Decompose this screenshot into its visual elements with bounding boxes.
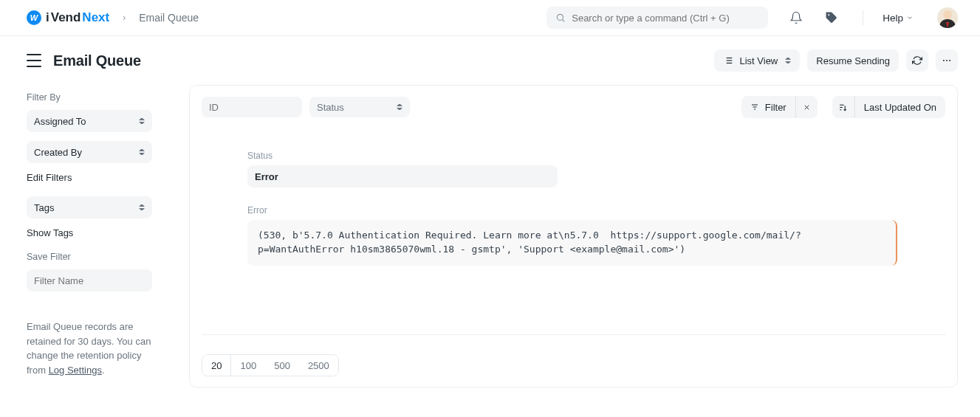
filter-name-input[interactable] <box>27 269 152 292</box>
select-caret-icon <box>139 204 145 210</box>
page-header: Email Queue List View Resume Sending <box>0 36 980 85</box>
tags-select[interactable]: Tags <box>27 196 152 218</box>
sidebar-toggle-icon[interactable] <box>27 54 41 67</box>
refresh-button[interactable] <box>906 49 928 72</box>
filter-icon <box>750 103 759 111</box>
svg-point-0 <box>558 14 563 20</box>
brand-text-vend: Vend <box>51 10 81 25</box>
breadcrumb[interactable]: Email Queue <box>139 12 199 24</box>
filter-button-group: Filter <box>741 96 818 118</box>
brand-mark-icon: W <box>27 10 41 25</box>
record-detail: Status Error Error (530, b'5.7.0 Authent… <box>247 151 897 266</box>
select-caret-icon <box>785 58 791 63</box>
avatar[interactable] <box>937 7 958 28</box>
global-search[interactable] <box>546 7 768 29</box>
page-size-100[interactable]: 100 <box>231 355 265 376</box>
edit-filters-link[interactable]: Edit Filters <box>27 172 167 183</box>
svg-line-1 <box>563 20 565 22</box>
search-icon <box>555 13 566 23</box>
page-actions: List View Resume Sending <box>714 49 958 72</box>
brand-text-next: Next <box>82 10 109 25</box>
notifications-icon[interactable] <box>789 10 803 25</box>
retention-text-post: . <box>102 365 105 376</box>
page-size-500[interactable]: 500 <box>265 355 299 376</box>
page-size-2500[interactable]: 2500 <box>299 355 338 376</box>
assigned-to-label: Assigned To <box>34 116 86 127</box>
list-icon <box>723 55 733 66</box>
select-caret-icon <box>139 149 145 155</box>
select-caret-icon <box>139 118 145 124</box>
sort-direction-button[interactable] <box>832 96 854 118</box>
status-filter-select[interactable]: Status <box>309 97 410 117</box>
show-tags-link[interactable]: Show Tags <box>27 227 167 238</box>
page-size-pager: 201005002500 <box>202 354 339 376</box>
retention-note: Email Queue records are retained for 30 … <box>27 320 156 377</box>
breadcrumb-separator-icon: › <box>123 13 126 23</box>
help-label: Help <box>883 13 903 24</box>
view-switch-button[interactable]: List View <box>714 49 800 72</box>
list-toolbar: Status Filter Last Updated On <box>202 96 945 118</box>
sort-field-label: Last Updated On <box>864 102 936 113</box>
nav-divider <box>863 10 863 25</box>
status-field-label: Status <box>247 151 897 161</box>
search-input[interactable] <box>572 13 759 24</box>
chevron-down-icon <box>906 14 914 21</box>
content-area: Filter By Assigned To Created By Edit Fi… <box>0 85 980 387</box>
created-by-select[interactable]: Created By <box>27 141 152 163</box>
help-menu[interactable]: Help <box>883 13 914 24</box>
filter-button-label: Filter <box>765 102 787 113</box>
error-message: (530, b'5.7.0 Authentication Required. L… <box>247 220 897 266</box>
list-footer: 201005002500 <box>202 334 945 376</box>
resume-sending-label: Resume Sending <box>816 55 890 66</box>
resume-sending-button[interactable]: Resume Sending <box>807 49 899 72</box>
filter-button[interactable]: Filter <box>741 96 795 118</box>
status-filter-label: Status <box>317 102 344 113</box>
created-by-label: Created By <box>34 147 82 158</box>
status-value: Error <box>247 165 558 187</box>
top-navbar: W i Vend Next › Email Queue Help <box>0 0 980 36</box>
svg-point-2 <box>828 14 829 15</box>
sort-group: Last Updated On <box>832 96 945 118</box>
id-filter-input[interactable] <box>202 97 302 117</box>
svg-point-11 <box>949 60 950 61</box>
svg-point-9 <box>943 60 945 61</box>
save-filter-label: Save Filter <box>27 252 167 262</box>
svg-point-10 <box>946 60 948 61</box>
assigned-to-select[interactable]: Assigned To <box>27 110 152 132</box>
brand-logo-block[interactable]: W i Vend Next <box>27 10 109 25</box>
tags-label: Tags <box>34 202 54 213</box>
tag-icon[interactable] <box>824 10 839 25</box>
more-menu-button[interactable] <box>936 49 958 72</box>
log-settings-link[interactable]: Log Settings <box>49 365 102 376</box>
more-horizontal-icon <box>942 55 952 66</box>
page-size-20[interactable]: 20 <box>202 355 231 376</box>
page-title: Email Queue <box>53 52 141 69</box>
filter-by-label: Filter By <box>27 92 167 103</box>
close-icon <box>803 103 811 111</box>
view-switch-label: List View <box>739 55 778 66</box>
list-card: Status Filter Last Updated On <box>189 85 958 387</box>
sort-field-button[interactable]: Last Updated On <box>854 96 945 118</box>
refresh-icon <box>912 55 922 66</box>
sort-desc-icon <box>838 103 848 112</box>
select-caret-icon <box>397 104 402 110</box>
error-field-label: Error <box>247 205 897 216</box>
filter-sidebar: Filter By Assigned To Created By Edit Fi… <box>27 85 167 387</box>
brand-text-i: i <box>46 10 49 25</box>
clear-filter-button[interactable] <box>795 96 818 118</box>
